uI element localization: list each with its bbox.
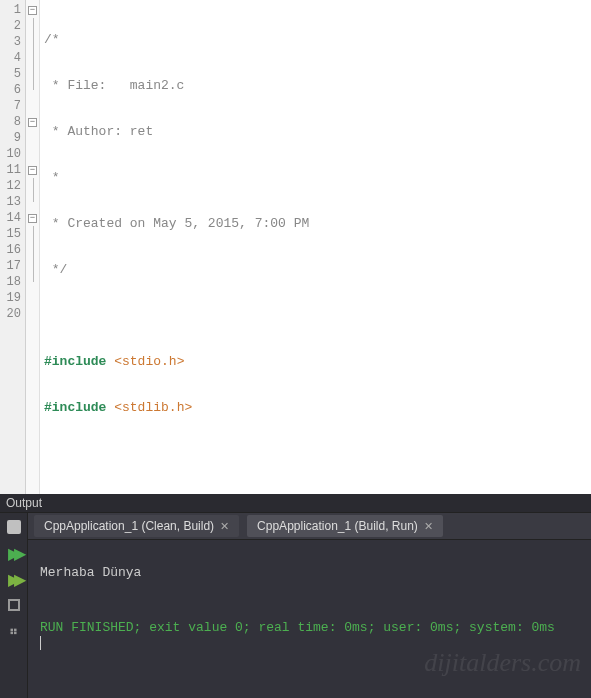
code-content[interactable]: /* * File: main2.c * Author: ret * * Cre… — [40, 0, 591, 494]
run-finished-line: RUN FINISHED; exit value 0; real time: 0… — [40, 620, 579, 635]
options-button[interactable]: ▪▪▪▪ — [4, 621, 24, 641]
output-toolbar: ▶▶ ▶▶ ▪▪▪▪ — [0, 513, 28, 698]
output-tabs: CppApplication_1 (Clean, Build) ✕ CppApp… — [28, 513, 591, 540]
close-icon[interactable]: ✕ — [220, 520, 229, 533]
fold-gutter: − − − − — [26, 0, 40, 494]
close-icon[interactable]: ✕ — [424, 520, 433, 533]
tab-label: CppApplication_1 (Build, Run) — [257, 519, 418, 533]
output-panel: Output ▶▶ ▶▶ ▪▪▪▪ CppApplication_1 (Clea… — [0, 494, 591, 698]
line-number-gutter: 1 2 3 4 5 6 7 8 9 10 11 12 13 14 15 16 1… — [0, 0, 26, 494]
terminal-button[interactable] — [4, 595, 24, 615]
rerun-button[interactable]: ▶▶ — [4, 569, 24, 589]
stop-button[interactable] — [4, 517, 24, 537]
tab-label: CppApplication_1 (Clean, Build) — [44, 519, 214, 533]
fold-toggle-icon[interactable]: − — [28, 214, 37, 223]
run-button[interactable]: ▶▶ — [4, 543, 24, 563]
fold-toggle-icon[interactable]: − — [28, 6, 37, 15]
console-line: Merhaba Dünya — [40, 565, 579, 580]
watermark: dijitalders.com — [424, 648, 581, 678]
cursor — [40, 636, 41, 650]
fold-toggle-icon[interactable]: − — [28, 166, 37, 175]
tab-build-run[interactable]: CppApplication_1 (Build, Run) ✕ — [247, 515, 443, 537]
fold-toggle-icon[interactable]: − — [28, 118, 37, 127]
console-output[interactable]: Merhaba Dünya RUN FINISHED; exit value 0… — [28, 540, 591, 698]
code-editor[interactable]: 1 2 3 4 5 6 7 8 9 10 11 12 13 14 15 16 1… — [0, 0, 591, 494]
output-title: Output — [0, 494, 591, 513]
tab-clean-build[interactable]: CppApplication_1 (Clean, Build) ✕ — [34, 515, 239, 537]
